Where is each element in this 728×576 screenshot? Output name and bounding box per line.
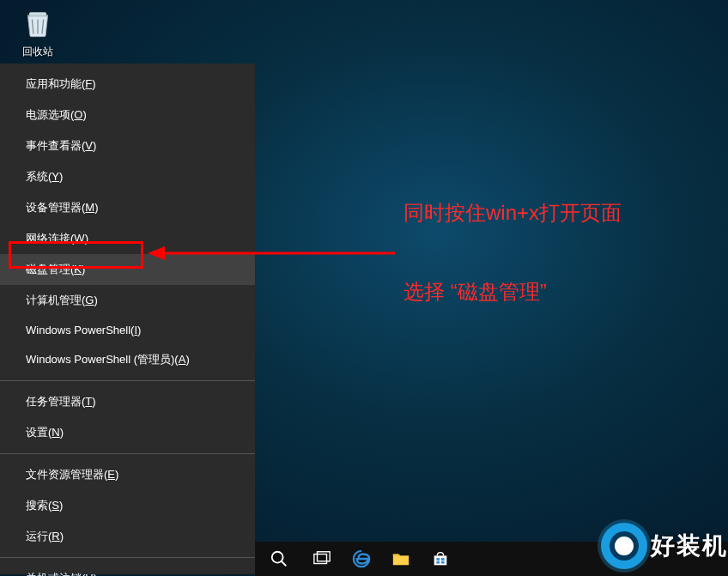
taskbar-edge-button[interactable] <box>342 542 381 576</box>
winx-item[interactable]: 电源选项(O) <box>0 100 255 130</box>
winx-item-label: Windows PowerShell (管理员)(A) <box>26 352 190 367</box>
winx-item-label: 关机或注销(U) <box>26 571 97 576</box>
folder-icon <box>391 549 410 568</box>
winx-item[interactable]: 文件资源管理器(E) <box>0 459 255 490</box>
edge-icon <box>352 549 371 568</box>
watermark-text: 好装机 <box>651 530 728 562</box>
winx-item[interactable]: 搜索(S) <box>0 490 255 521</box>
winx-item[interactable]: 事件查看器(V) <box>0 130 255 161</box>
taskbar-taskview-button[interactable] <box>302 542 342 576</box>
winx-item[interactable]: 计算机管理(G) <box>0 285 255 316</box>
svg-rect-10 <box>441 561 445 564</box>
winx-item-label: 设置(N) <box>26 425 64 440</box>
winx-item-label: 运行(R) <box>26 529 64 544</box>
search-icon <box>270 549 288 568</box>
menu-separator <box>0 453 255 454</box>
annotation-highlight-box <box>9 241 143 269</box>
winx-item-label: 文件资源管理器(E) <box>26 467 118 482</box>
annotation-text-1: 同时按住win+x打开页面 <box>403 199 622 227</box>
taskbar-explorer-button[interactable] <box>381 542 421 576</box>
winx-menu: 应用和功能(F)电源选项(O)事件查看器(V)系统(Y)设备管理器(M)网络连接… <box>0 64 255 574</box>
winx-item[interactable]: 任务管理器(T) <box>0 386 255 417</box>
winx-item-label: 搜索(S) <box>26 498 63 513</box>
winx-item-label: 任务管理器(T) <box>26 394 96 409</box>
menu-separator <box>0 380 255 381</box>
watermark: 好装机 <box>601 523 728 569</box>
winx-item-label: 事件查看器(V) <box>26 138 96 154</box>
store-icon <box>431 549 450 568</box>
winx-item-label: 系统(Y) <box>26 169 63 185</box>
taskview-icon <box>312 549 331 568</box>
svg-rect-5 <box>314 555 327 564</box>
svg-rect-8 <box>441 558 445 561</box>
winx-item-label: 应用和功能(F) <box>26 76 96 92</box>
taskbar-search-button[interactable] <box>255 542 302 576</box>
recycle-bin-label: 回收站 <box>12 45 64 59</box>
winx-item-label: 设备管理器(M) <box>26 200 99 215</box>
chevron-right-icon: ▶ <box>234 573 241 577</box>
winx-item[interactable]: 关机或注销(U)▶ <box>0 563 255 576</box>
annotation-arrow <box>146 240 395 266</box>
winx-item[interactable]: Windows PowerShell(I) <box>0 316 255 344</box>
svg-marker-2 <box>148 246 165 260</box>
winx-item-label: 电源选项(O) <box>26 107 87 123</box>
recycle-bin[interactable]: 回收站 <box>12 5 64 59</box>
winx-item[interactable]: 设置(N) <box>0 417 255 448</box>
svg-rect-9 <box>436 561 440 564</box>
winx-item[interactable]: Windows PowerShell (管理员)(A) <box>0 344 255 375</box>
winx-item-label: 计算机管理(G) <box>26 293 98 308</box>
winx-item[interactable]: 设备管理器(M) <box>0 192 255 223</box>
taskbar-store-button[interactable] <box>421 542 460 576</box>
winx-item[interactable]: 系统(Y) <box>0 161 255 192</box>
svg-point-3 <box>271 552 282 563</box>
watermark-logo-icon <box>601 523 647 569</box>
svg-rect-7 <box>436 558 440 561</box>
svg-line-4 <box>281 561 286 567</box>
svg-rect-0 <box>29 12 46 15</box>
menu-separator <box>0 557 255 558</box>
winx-item-label: Windows PowerShell(I) <box>26 324 141 337</box>
recycle-bin-icon <box>21 5 55 39</box>
annotation-text-2: 选择 “磁盘管理” <box>403 278 547 306</box>
winx-item[interactable]: 应用和功能(F) <box>0 69 255 100</box>
winx-item[interactable]: 运行(R) <box>0 521 255 552</box>
svg-rect-6 <box>318 552 331 561</box>
